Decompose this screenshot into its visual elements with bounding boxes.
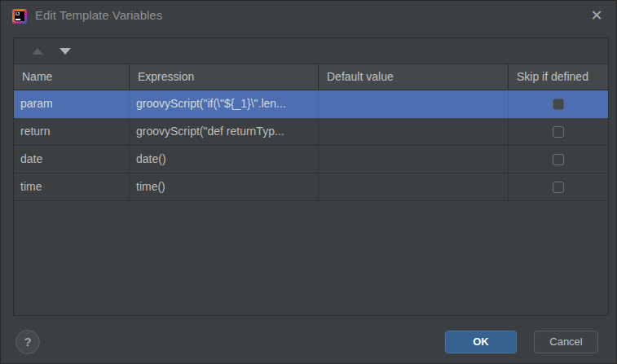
column-header-name[interactable]: Name	[14, 64, 130, 90]
cell-expression[interactable]: groovyScript("if(\"${_1}\".len...	[130, 90, 319, 117]
cell-skip	[509, 90, 608, 117]
cell-default-value[interactable]	[319, 90, 509, 117]
move-up-button[interactable]	[27, 38, 48, 64]
cell-skip	[509, 173, 608, 200]
cancel-button[interactable]: Cancel	[534, 331, 598, 353]
dialog-title: Edit Template Variables	[35, 8, 162, 22]
cell-default-value[interactable]	[319, 146, 509, 173]
table-row-param[interactable]: param groovyScript("if(\"${_1}\".len...	[14, 90, 608, 118]
title-bar: IJ Edit Template Variables ✕	[1, 1, 617, 32]
table-toolbar	[14, 38, 608, 64]
column-header-skip-if-defined[interactable]: Skip if defined	[509, 64, 608, 90]
table-row-return[interactable]: return groovyScript("def returnTyp...	[14, 118, 608, 146]
table-row-date[interactable]: date date()	[14, 146, 608, 173]
close-icon[interactable]: ✕	[587, 6, 606, 25]
cell-skip	[509, 118, 608, 145]
variables-table: Name Expression Default value Skip if de…	[14, 64, 608, 201]
move-down-icon	[59, 48, 71, 55]
move-up-icon	[32, 48, 43, 55]
skip-checkbox[interactable]	[553, 182, 564, 193]
column-header-default-value[interactable]: Default value	[319, 64, 509, 90]
table-row-time[interactable]: time time()	[14, 173, 608, 201]
cell-expression[interactable]: date()	[130, 146, 319, 173]
cell-default-value[interactable]	[319, 118, 509, 145]
help-button[interactable]: ?	[15, 330, 40, 354]
cell-name[interactable]: param	[14, 90, 130, 117]
table-header-row: Name Expression Default value Skip if de…	[14, 64, 608, 90]
cell-name[interactable]: return	[14, 118, 130, 145]
cell-expression[interactable]: time()	[130, 173, 319, 200]
skip-checkbox[interactable]	[553, 126, 564, 138]
skip-checkbox[interactable]	[553, 99, 564, 110]
ok-button[interactable]: OK	[445, 331, 517, 353]
intellij-idea-logo-icon: IJ	[12, 9, 27, 24]
cell-expression[interactable]: groovyScript("def returnTyp...	[130, 118, 319, 145]
template-variables-panel: Name Expression Default value Skip if de…	[13, 37, 609, 316]
cell-skip	[509, 146, 608, 173]
column-header-expression[interactable]: Expression	[130, 64, 319, 90]
move-down-button[interactable]	[55, 38, 76, 64]
cell-name[interactable]: date	[14, 146, 130, 173]
skip-checkbox[interactable]	[553, 154, 564, 165]
cell-default-value[interactable]	[319, 173, 509, 200]
cell-name[interactable]: time	[14, 173, 130, 200]
